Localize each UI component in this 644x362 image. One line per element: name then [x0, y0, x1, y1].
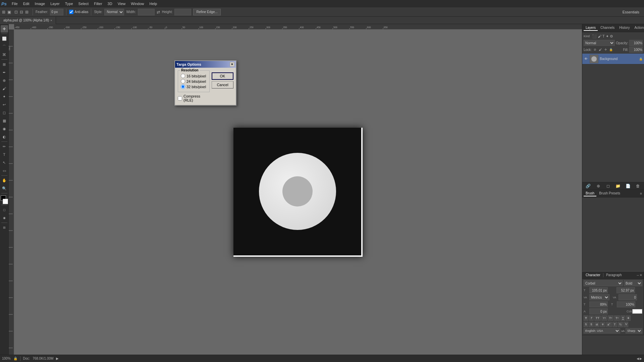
swap-icon[interactable]: ⇄: [157, 10, 160, 14]
lock-position-btn[interactable]: ✛: [603, 47, 608, 52]
smallcaps-btn[interactable]: TT: [601, 315, 607, 321]
radio-24bit[interactable]: 24 bits/pixel: [181, 79, 207, 83]
tab-channels[interactable]: Channels: [598, 25, 616, 31]
opacity-input[interactable]: [629, 40, 643, 46]
tool-shape[interactable]: ▭: [1, 167, 8, 174]
layer-item-background[interactable]: 👁 Background 🔒: [582, 54, 644, 64]
menu-layer[interactable]: Layer: [48, 1, 62, 6]
menu-window[interactable]: Window: [128, 1, 146, 6]
doc-tab-close[interactable]: ×: [50, 19, 52, 22]
menu-file[interactable]: File: [9, 1, 20, 6]
tool-icon-3[interactable]: ⊡: [14, 10, 18, 14]
width-input[interactable]: [138, 9, 155, 15]
tool-icon-2[interactable]: ▣: [7, 10, 11, 14]
add-style-btn[interactable]: ⊕: [594, 183, 603, 189]
font-size-input[interactable]: [589, 287, 608, 293]
scroll-left-icon[interactable]: ◀: [637, 357, 639, 360]
menu-filter[interactable]: Filter: [92, 1, 104, 6]
kind-icon-2[interactable]: 🖌: [598, 34, 601, 38]
tab-brush-presets[interactable]: Brush Presets: [597, 191, 622, 196]
tool-eraser[interactable]: ◻: [1, 109, 8, 116]
tool-mode-quick[interactable]: ◉: [1, 214, 8, 222]
tool-icon-5[interactable]: ⊞: [25, 10, 29, 14]
tool-clone[interactable]: ✦: [1, 93, 8, 100]
tab-actions[interactable]: Actions: [632, 25, 644, 31]
background-color[interactable]: [3, 199, 8, 204]
subscript-btn[interactable]: TT: [614, 315, 620, 321]
kind-icon-1[interactable]: ⬛: [592, 34, 597, 39]
tool-icon-4[interactable]: ⊟: [20, 10, 23, 14]
lock-all-btn[interactable]: 🔒: [609, 47, 613, 52]
swash-btn[interactable]: ⚜: [600, 322, 605, 327]
height-input[interactable]: [174, 9, 191, 15]
compress-rle-checkbox[interactable]: [178, 96, 182, 101]
tool-brush[interactable]: 🖌: [1, 85, 8, 92]
menu-type[interactable]: Type: [63, 1, 75, 6]
tool-screen-mode[interactable]: ⊞: [1, 224, 8, 231]
tool-pen[interactable]: ✏: [1, 143, 8, 150]
new-layer-btn[interactable]: 📄: [624, 183, 633, 189]
dialog-ok-button[interactable]: OK: [212, 72, 233, 80]
kind-icon-3[interactable]: T: [602, 34, 605, 38]
char-panel-collapse[interactable]: ─: [637, 274, 639, 277]
dialog-cancel-button[interactable]: Cancel: [212, 81, 233, 88]
menu-3d[interactable]: 3D: [105, 1, 115, 6]
language-select[interactable]: English: USA: [584, 328, 620, 334]
lock-transparent-btn[interactable]: ⊘: [593, 47, 597, 52]
bold-btn[interactable]: T: [584, 315, 588, 321]
underline-btn[interactable]: T: [621, 315, 625, 321]
tool-icon-1[interactable]: ⊞: [2, 10, 5, 14]
brush-panel-menu-icon[interactable]: ≡: [639, 192, 643, 195]
document-tab[interactable]: alpha.psd @ 100% (Alpha 1/8) ×: [0, 17, 56, 24]
tool-marquee-rect[interactable]: ⬜: [1, 35, 8, 42]
tool-crop[interactable]: ⊞: [1, 61, 8, 68]
tool-zoom[interactable]: 🔍: [1, 185, 8, 192]
anti-alias-checkbox[interactable]: [69, 10, 73, 14]
radio-24bit-input[interactable]: [181, 79, 185, 83]
kind-icon-4[interactable]: ✦: [606, 34, 609, 39]
kind-icon-5[interactable]: ⚙: [610, 34, 613, 39]
menu-edit[interactable]: Edit: [21, 1, 32, 6]
menu-view[interactable]: View: [115, 1, 128, 6]
radio-32bit[interactable]: 32 bits/pixel: [181, 84, 207, 89]
char-panel-close[interactable]: ✕: [640, 274, 642, 277]
alt-frac-btn[interactable]: ⅟: [624, 322, 628, 327]
baseline-input[interactable]: [589, 308, 608, 314]
new-group-btn[interactable]: 📁: [613, 183, 623, 189]
tab-history[interactable]: History: [617, 25, 632, 31]
italic-btn[interactable]: T: [589, 315, 594, 321]
no-break-btn[interactable]: T: [612, 322, 617, 327]
tool-path-select[interactable]: ↖: [1, 159, 8, 166]
doc-arrow[interactable]: ▶: [56, 357, 59, 360]
delete-layer-btn[interactable]: 🗑: [633, 183, 643, 189]
canvas-document[interactable]: [233, 128, 363, 257]
strikethrough-btn[interactable]: T: [626, 315, 631, 321]
tab-brush[interactable]: Brush: [584, 191, 596, 196]
font-family-select[interactable]: Corbel: [584, 280, 623, 286]
kerning-input[interactable]: [619, 294, 637, 300]
zoom-icon[interactable]: 🔒: [13, 357, 17, 360]
tool-history-brush[interactable]: ↩: [1, 101, 8, 108]
scale-h-input[interactable]: [617, 301, 635, 307]
tool-hand[interactable]: ✋: [1, 177, 8, 184]
tool-healing[interactable]: ⊕: [1, 77, 8, 84]
radio-16bit-input[interactable]: [181, 74, 185, 78]
menu-select[interactable]: Select: [76, 1, 91, 6]
compress-rle-label[interactable]: Compress (RLE): [178, 94, 210, 102]
superscript-btn[interactable]: TT: [608, 315, 613, 321]
fill-input[interactable]: [629, 47, 643, 53]
ligature-btn[interactable]: fi: [584, 322, 588, 327]
anti-alias-label[interactable]: Anti-alias: [69, 10, 88, 14]
allcaps-btn[interactable]: TT: [594, 315, 601, 321]
text-color-swatch[interactable]: [632, 309, 642, 314]
scale-v-input[interactable]: [589, 301, 608, 307]
ordinal-btn[interactable]: a°: [606, 322, 612, 327]
tool-blur[interactable]: ◉: [1, 125, 8, 132]
char-tab[interactable]: Character: [584, 273, 602, 278]
tool-eyedropper[interactable]: ✒: [1, 69, 8, 76]
radio-16bit[interactable]: 16 bits/pixel: [181, 74, 207, 78]
font-style-select[interactable]: Bold: [624, 280, 642, 286]
scroll-right-icon[interactable]: ▶: [640, 357, 642, 360]
oldstyle-btn[interactable]: ﬁ: [589, 322, 594, 327]
anti-alias-select[interactable]: Sharp: [626, 328, 642, 334]
